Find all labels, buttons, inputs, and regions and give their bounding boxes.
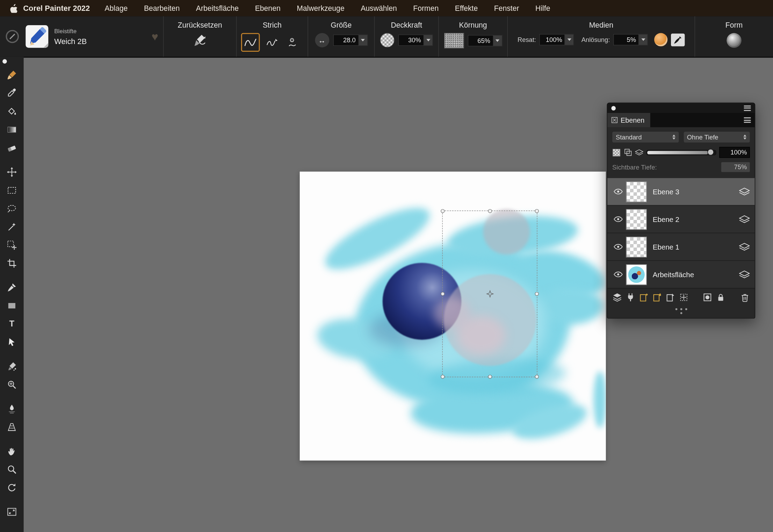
new-liquid-ink-layer-icon[interactable]: [665, 293, 675, 302]
dab-shape-icon[interactable]: [727, 33, 741, 48]
color-sampler-tool[interactable]: [0, 375, 24, 394]
transform-layer-icon[interactable]: [679, 293, 689, 302]
visible-depth-value[interactable]: 75%: [721, 162, 750, 172]
pickup-underlying-color-icon[interactable]: [624, 148, 632, 157]
canvas-thumbnail[interactable]: [626, 264, 647, 285]
panel-menu-icon[interactable]: [744, 105, 751, 111]
media-ball-icon[interactable]: [654, 33, 667, 46]
anloesung-value[interactable]: 5%: [613, 34, 639, 45]
visibility-eye-icon[interactable]: [613, 271, 626, 278]
resat-value[interactable]: 100%: [540, 34, 565, 45]
watercolor-brush-tool[interactable]: [0, 357, 24, 375]
layer-row-ebene-3[interactable]: Ebene 3: [607, 178, 755, 205]
reset-brush-icon[interactable]: [192, 33, 208, 48]
paint-bucket-tool[interactable]: [0, 102, 24, 120]
visibility-eye-icon[interactable]: [613, 188, 626, 195]
dropper-tool[interactable]: [0, 84, 24, 102]
visibility-eye-icon[interactable]: [613, 216, 626, 222]
brush-ghost-icon[interactable]: [5, 29, 20, 44]
layer-opacity-slider[interactable]: [646, 150, 716, 155]
preserve-transparency-icon[interactable]: [612, 148, 621, 157]
layer-thumbnail[interactable]: [626, 236, 647, 257]
straight-stroke-button[interactable]: [263, 33, 282, 52]
menu-arbeitsflaeche[interactable]: Arbeitsfläche: [196, 4, 239, 12]
transform-tool[interactable]: [0, 236, 24, 254]
menu-bearbeiten[interactable]: Bearbeiten: [144, 4, 180, 12]
resat-dropdown-button[interactable]: [565, 34, 574, 45]
crop-tool[interactable]: [0, 254, 24, 272]
menu-hilfe[interactable]: Hilfe: [535, 4, 550, 12]
grain-texture-icon[interactable]: [444, 33, 463, 49]
layer-thumbnail[interactable]: [626, 209, 647, 229]
slider-knob[interactable]: [707, 149, 714, 155]
eraser-tool[interactable]: [0, 138, 24, 157]
layer-adjuster-tool[interactable]: [0, 163, 24, 181]
opacity-value-box[interactable]: 30%: [398, 35, 433, 46]
size-value-box[interactable]: 28.0: [333, 35, 368, 46]
selection-marquee[interactable]: [442, 210, 537, 377]
blend-mode-select[interactable]: Standard: [612, 132, 679, 143]
layer-row-arbeitsflaeche[interactable]: Arbeitsfläche: [607, 260, 755, 288]
anloesung-value-box[interactable]: 5%: [613, 34, 648, 45]
delete-layer-icon[interactable]: [740, 293, 750, 302]
opacity-dropdown-button[interactable]: [424, 35, 433, 46]
layer-thumbnail[interactable]: [626, 181, 647, 202]
layer-stack-icon[interactable]: [635, 148, 643, 157]
resat-value-box[interactable]: 100%: [540, 34, 574, 45]
apple-menu-icon[interactable]: [10, 4, 17, 13]
liquid-ink-tool[interactable]: [0, 400, 24, 418]
selection-handle[interactable]: [535, 292, 539, 296]
visibility-eye-icon[interactable]: [613, 244, 626, 250]
magic-wand-tool[interactable]: [0, 217, 24, 236]
brush-selector[interactable]: Bleistifte Weich 2B ♥: [0, 16, 164, 57]
anloesung-dropdown-button[interactable]: [639, 34, 648, 45]
menu-auswaehlen[interactable]: Auswählen: [361, 4, 397, 12]
toolbox-title-bar[interactable]: [0, 57, 24, 65]
magnifier-tool[interactable]: [0, 460, 24, 478]
close-tab-icon[interactable]: [611, 117, 617, 123]
rotate-page-tool[interactable]: [0, 478, 24, 496]
selection-pivot-icon[interactable]: [486, 290, 494, 298]
size-dropdown-button[interactable]: [359, 35, 367, 46]
tab-ebenen[interactable]: Ebenen: [607, 113, 650, 127]
brush-variant-thumbnail[interactable]: [26, 25, 48, 48]
panel-resize-dot[interactable]: [607, 310, 755, 314]
favorite-heart-icon[interactable]: ♥: [152, 31, 158, 42]
depth-mode-select[interactable]: Ohne Tiefe: [684, 132, 750, 143]
menu-ablage[interactable]: Ablage: [104, 4, 128, 12]
new-watercolor-layer-icon[interactable]: [652, 293, 662, 302]
freehand-stroke-button[interactable]: [241, 33, 260, 52]
panel-close-button[interactable]: [611, 106, 616, 110]
selection-handle[interactable]: [535, 375, 539, 379]
selection-handle[interactable]: [488, 209, 492, 213]
grain-value-box[interactable]: 65%: [468, 35, 502, 46]
grain-value[interactable]: 65%: [468, 35, 493, 46]
grabber-hand-tool[interactable]: [0, 442, 24, 460]
menu-effekte[interactable]: Effekte: [455, 4, 478, 12]
size-value[interactable]: 28.0: [333, 35, 359, 46]
layer-opacity-value[interactable]: 100%: [719, 147, 750, 158]
opacity-value[interactable]: 30%: [398, 35, 424, 46]
new-layer-icon[interactable]: [639, 293, 649, 302]
stroke-options-button[interactable]: [284, 33, 303, 52]
lasso-tool[interactable]: [0, 199, 24, 217]
rectangular-selection-tool[interactable]: [0, 181, 24, 199]
canvas[interactable]: [300, 172, 606, 461]
panel-title-bar[interactable]: [607, 103, 755, 113]
selection-handle[interactable]: [441, 375, 445, 379]
layer-row-ebene-2[interactable]: Ebene 2: [607, 205, 755, 233]
gradient-tool[interactable]: [0, 120, 24, 138]
text-tool[interactable]: T: [0, 315, 24, 333]
menu-ebenen[interactable]: Ebenen: [255, 4, 281, 12]
brush-tool[interactable]: [0, 66, 24, 84]
selection-handle[interactable]: [441, 209, 445, 213]
toolbox-close-button[interactable]: [2, 59, 7, 64]
perspective-grid-tool[interactable]: [0, 418, 24, 436]
menu-fenster[interactable]: Fenster: [494, 4, 519, 12]
selection-handle[interactable]: [488, 375, 492, 379]
selection-handle[interactable]: [535, 209, 539, 213]
layer-row-ebene-1[interactable]: Ebene 1: [607, 233, 755, 260]
loaded-brush-button[interactable]: [671, 33, 685, 46]
layers-menu-icon[interactable]: [744, 117, 751, 123]
shape-selection-tool[interactable]: [0, 333, 24, 351]
